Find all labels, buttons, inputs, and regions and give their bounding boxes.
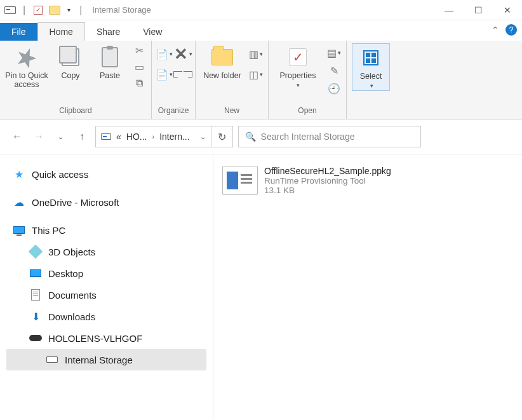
nav-quick-access[interactable]: ★ Quick access <box>6 163 206 185</box>
back-button[interactable]: ← <box>9 128 25 145</box>
nav-onedrive-label: OneDrive - Microsoft <box>32 197 119 208</box>
collapse-ribbon-icon[interactable]: ⌃ <box>492 25 499 35</box>
nav-hololens-label: HOLOLENS-VLHGOF <box>48 333 142 344</box>
drive-small-icon <box>46 353 58 366</box>
paste-button[interactable]: Paste <box>93 43 127 80</box>
help-icon[interactable]: ? <box>505 24 517 36</box>
nav-onedrive[interactable]: ☁ OneDrive - Microsoft <box>6 191 206 213</box>
nav-this-pc[interactable]: This PC <box>6 219 206 241</box>
move-to-icon[interactable]: 📄▾ <box>157 47 171 61</box>
address-seg-1[interactable]: HO... <box>126 132 147 142</box>
explorer-body: ★ Quick access ☁ OneDrive - Microsoft Th… <box>0 154 522 419</box>
nav-desktop[interactable]: Desktop <box>6 262 206 284</box>
pin-to-quick-access-button[interactable]: Pin to Quick access <box>5 43 48 90</box>
rename-icon[interactable]: ⫍⫎ <box>176 67 190 81</box>
file-size: 13.1 KB <box>264 186 391 195</box>
download-arrow-icon: ⬇ <box>29 310 42 323</box>
tab-share[interactable]: Share <box>85 23 131 41</box>
ribbon: Pin to Quick access Copy Paste ✂ ▭ ⧉ Cli… <box>0 41 522 119</box>
star-icon: ★ <box>13 168 25 180</box>
properties-text: Properties <box>280 71 316 80</box>
qat-dropdown-icon[interactable]: ▾ <box>67 6 70 13</box>
group-new: New folder ▥▾ ◫▾ New <box>196 41 269 119</box>
nav-desktop-label: Desktop <box>48 268 83 279</box>
new-folder-button[interactable]: New folder <box>201 43 244 80</box>
group-select: Select▾ <box>347 41 395 119</box>
group-select-label <box>352 104 390 119</box>
navigation-bar: ← → ⌄ ↑ « HO... › Intern... ⌄ ↻ 🔍 Search… <box>0 119 522 154</box>
forward-button[interactable]: → <box>30 128 47 145</box>
address-bar[interactable]: « HO... › Intern... ⌄ <box>95 126 211 147</box>
content-pane[interactable]: OfflineSecureHL2_Sample.ppkg RunTime Pro… <box>213 154 522 419</box>
paste-shortcut-icon[interactable]: ⧉ <box>132 76 146 90</box>
pin-icon <box>15 46 38 69</box>
ribbon-right: ⌃ ? <box>492 24 517 36</box>
checkbox-icon[interactable]: ✓ <box>32 4 44 17</box>
ppkg-file-icon <box>222 166 258 195</box>
tab-view[interactable]: View <box>131 23 173 41</box>
desktop-icon <box>29 267 42 280</box>
search-icon: 🔍 <box>245 132 256 142</box>
group-clipboard: Pin to Quick access Copy Paste ✂ ▭ ⧉ Cli… <box>0 41 152 119</box>
monitor-icon <box>13 224 25 236</box>
paste-icon <box>98 46 121 69</box>
properties-button[interactable]: ✓ Properties▾ <box>274 43 322 90</box>
file-item[interactable]: OfflineSecureHL2_Sample.ppkg RunTime Pro… <box>222 166 513 195</box>
quick-access-toolbar: | ✓ ▾ | <box>0 4 88 17</box>
address-seg-2[interactable]: Intern... <box>159 132 189 142</box>
up-button[interactable]: ↑ <box>74 128 90 145</box>
select-button[interactable]: Select▾ <box>352 43 390 91</box>
title-bar: | ✓ ▾ | Internal Storage — ☐ ✕ <box>0 0 522 20</box>
folder-icon <box>48 4 61 17</box>
copy-to-icon[interactable]: 📄▾ <box>157 67 171 81</box>
nav-3d-objects-label: 3D Objects <box>48 247 95 257</box>
address-dropdown-icon[interactable]: ⌄ <box>200 133 206 141</box>
group-open: ✓ Properties▾ ▤▾ ✎ 🕘 Open <box>269 41 347 119</box>
minimize-button[interactable]: — <box>434 0 464 20</box>
group-organize: 📄▾ 📄▾ ✕▾ ⫍⫎ Organize <box>152 41 196 119</box>
copy-label: Copy <box>61 71 79 80</box>
ribbon-tabs: File Home Share View ⌃ ? <box>0 20 522 41</box>
nav-3d-objects[interactable]: 3D Objects <box>6 241 206 262</box>
window-controls: — ☐ ✕ <box>434 0 522 20</box>
file-name: OfflineSecureHL2_Sample.ppkg <box>264 166 391 176</box>
tab-home[interactable]: Home <box>37 22 85 41</box>
open-icon[interactable]: ▤▾ <box>327 46 341 60</box>
nav-internal-storage[interactable]: Internal Storage <box>6 349 206 370</box>
new-folder-icon <box>211 46 234 69</box>
copy-button[interactable]: Copy <box>53 43 88 80</box>
chevron-right-icon[interactable]: › <box>152 133 154 140</box>
cut-icon[interactable]: ✂ <box>132 43 146 57</box>
nav-quick-access-label: Quick access <box>32 169 88 180</box>
recent-locations-button[interactable]: ⌄ <box>52 128 69 145</box>
separator: | <box>23 4 25 16</box>
nav-this-pc-label: This PC <box>32 225 65 236</box>
new-item-icon[interactable]: ▥▾ <box>249 47 263 61</box>
copy-icon <box>59 46 82 69</box>
properties-icon: ✓ <box>286 46 309 69</box>
nav-documents[interactable]: Documents <box>6 284 206 306</box>
copy-path-icon[interactable]: ▭ <box>132 60 146 74</box>
edit-icon[interactable]: ✎ <box>327 64 341 78</box>
refresh-button[interactable]: ↻ <box>211 126 233 147</box>
close-button[interactable]: ✕ <box>493 0 522 20</box>
properties-label: Properties▾ <box>280 71 316 90</box>
new-folder-label: New folder <box>203 71 241 80</box>
address-prefix: « <box>116 132 121 142</box>
delete-icon[interactable]: ✕▾ <box>176 47 190 61</box>
easy-access-icon[interactable]: ◫▾ <box>249 67 263 81</box>
nav-hololens[interactable]: HOLOLENS-VLHGOF <box>6 327 206 349</box>
paste-label: Paste <box>100 71 120 80</box>
nav-downloads-label: Downloads <box>48 311 95 322</box>
nav-downloads[interactable]: ⬇ Downloads <box>6 306 206 327</box>
cloud-icon: ☁ <box>13 196 25 208</box>
search-box[interactable]: 🔍 Search Internal Storage <box>238 126 421 147</box>
document-icon <box>29 288 42 301</box>
clipboard-small-buttons: ✂ ▭ ⧉ <box>132 43 146 90</box>
group-clipboard-label: Clipboard <box>5 104 146 119</box>
pin-label: Pin to Quick access <box>5 71 48 90</box>
history-icon[interactable]: 🕘 <box>327 81 341 95</box>
maximize-button[interactable]: ☐ <box>464 0 493 20</box>
search-placeholder: Search Internal Storage <box>261 132 355 142</box>
tab-file[interactable]: File <box>0 23 37 41</box>
